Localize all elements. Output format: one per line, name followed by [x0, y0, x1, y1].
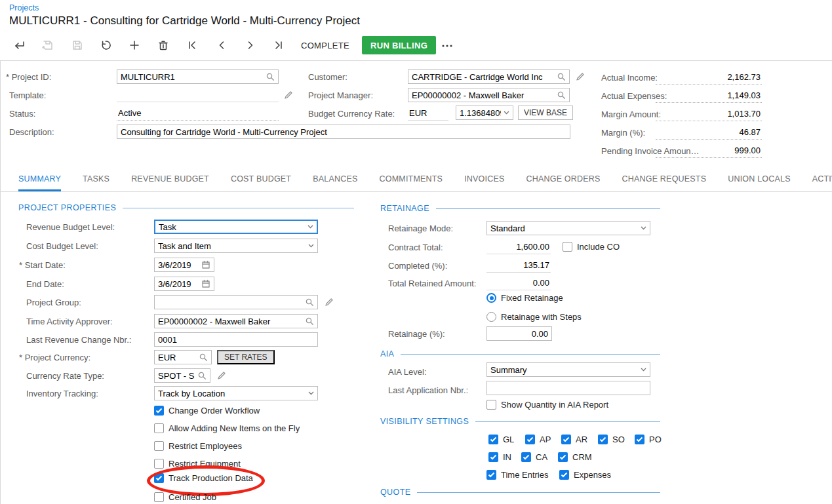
back-button[interactable] [10, 37, 29, 54]
description-label: Description: [9, 125, 54, 140]
add-new-button[interactable] [125, 37, 144, 54]
checkbox-checked-icon [559, 470, 569, 480]
time-activity-approver-input[interactable]: EP00000002 - Maxwell Baker [154, 314, 318, 328]
tab-activities[interactable]: ACTIVITIES [812, 168, 832, 191]
start-date-input[interactable]: 3/6/2019 [154, 258, 214, 272]
checkbox-ca[interactable]: CA [521, 452, 547, 462]
checkbox-label: GL [503, 435, 514, 444]
margin-pct-value: 46.87 [656, 125, 762, 140]
cancel-undo-button[interactable] [96, 37, 115, 54]
checkbox-ar[interactable]: AR [561, 435, 587, 444]
tab-change-requests[interactable]: CHANGE REQUESTS [622, 168, 707, 191]
search-icon[interactable] [305, 317, 314, 326]
description-input[interactable]: Consulting for Cartridge World - Multi-C… [117, 125, 570, 139]
currency-rate-type-edit-button[interactable] [217, 371, 226, 380]
tab-invoices[interactable]: INVOICES [464, 168, 504, 191]
checkbox-po[interactable]: PO [635, 435, 662, 444]
aia-level-label: AIA Level: [388, 365, 427, 379]
aia-level-select[interactable]: Summary [486, 362, 650, 377]
search-icon[interactable] [199, 353, 208, 362]
retainage-mode-select[interactable]: Standard [486, 221, 650, 235]
inventory-tracking-select[interactable]: Track by Location [154, 386, 318, 400]
template-edit-button[interactable] [284, 90, 293, 100]
toolbar-divider [0, 60, 832, 61]
template-field[interactable] [117, 88, 279, 102]
search-icon[interactable] [305, 298, 314, 307]
first-record-icon [186, 39, 198, 51]
tab-change-orders[interactable]: CHANGE ORDERS [526, 168, 600, 191]
checkbox-show-quantity-aia[interactable]: Show Quantity in AIA Report [486, 400, 608, 410]
complete-button[interactable]: COMPLETE [297, 37, 353, 54]
currency-rate-select[interactable]: 1.13684809 [456, 106, 513, 120]
retainage-pct-label: Retainage (%): [388, 327, 445, 341]
more-actions-button[interactable] [438, 37, 456, 54]
search-icon[interactable] [266, 72, 275, 81]
search-icon[interactable] [197, 371, 207, 380]
checkbox-allow-adding-new-items[interactable]: Allow Adding New Items on the Fly [154, 423, 300, 433]
calendar-icon[interactable] [201, 279, 210, 288]
cost-budget-level-select[interactable]: Task and Item [154, 239, 318, 253]
project-id-input[interactable]: MULTICURR1 [117, 69, 279, 84]
project-currency-label: * Project Currency: [19, 351, 90, 365]
contract-total-label: Contract Total: [388, 241, 443, 255]
tab-union-locals[interactable]: UNION LOCALS [728, 168, 790, 191]
checkbox-so[interactable]: SO [598, 435, 625, 444]
go-first-button[interactable] [183, 37, 201, 54]
customer-input[interactable]: CARTRIDGE - Cartridge World Inc [408, 69, 570, 84]
search-icon[interactable] [557, 72, 566, 81]
radio-fixed-retainage[interactable]: Fixed Retainage [486, 293, 563, 303]
checkbox-time-entries[interactable]: Time Entries [486, 470, 548, 480]
currency-rate-type-input[interactable]: SPOT - Spo [154, 368, 210, 383]
margin-pct-label: Margin (%): [601, 126, 645, 140]
tab-balances[interactable]: BALANCES [313, 168, 357, 191]
calendar-icon[interactable] [201, 260, 210, 269]
checkbox-in[interactable]: IN [488, 452, 511, 462]
retainage-pct-input[interactable]: 0.00 [486, 326, 552, 341]
time-activity-approver-value: EP00000002 - Maxwell Baker [158, 317, 302, 326]
run-billing-button[interactable]: RUN BILLING [362, 36, 436, 54]
project-manager-input[interactable]: EP00000002 - Maxwell Baker [408, 88, 570, 102]
tab-tasks[interactable]: TASKS [83, 168, 109, 191]
checkbox-restrict-employees[interactable]: Restrict Employees [154, 441, 242, 451]
revenue-budget-level-select[interactable]: Task [154, 220, 318, 234]
currency-rate-type-value: SPOT - Spo [158, 371, 195, 381]
completed-pct-value: 135.17 [486, 258, 551, 273]
go-next-button[interactable] [241, 37, 260, 54]
end-date-input[interactable]: 3/6/2019 [154, 277, 214, 291]
search-icon[interactable] [557, 90, 566, 100]
pending-invoice-amount: 999.00 [734, 145, 761, 155]
checkbox-include-co[interactable]: Include CO [563, 242, 620, 252]
tab-strip: SUMMARY TASKS REVENUE BUDGET COST BUDGET… [0, 168, 832, 192]
checkbox-certified-job[interactable]: Certified Job [154, 492, 216, 502]
cost-budget-level-label: Cost Budget Level: [26, 239, 98, 254]
currency-rate-value: 1.13684809 [460, 108, 501, 118]
last-record-icon [273, 39, 285, 51]
checkbox-ap[interactable]: AP [525, 435, 551, 444]
tab-cost-budget[interactable]: COST BUDGET [231, 168, 291, 191]
checkbox-gl[interactable]: GL [488, 435, 514, 444]
aia-header: AIA [380, 349, 660, 359]
inventory-tracking-label: Inventory Tracking: [26, 387, 98, 401]
margin-amount-value: 1,013.70 [656, 107, 762, 121]
project-group-input[interactable] [154, 295, 318, 309]
checkbox-change-order-workflow[interactable]: Change Order Workflow [154, 406, 260, 416]
project-group-edit-button[interactable] [325, 298, 334, 307]
radio-retainage-with-steps[interactable]: Retainage with Steps [486, 312, 582, 322]
last-revenue-change-input[interactable]: 0001 [154, 332, 318, 347]
ellipsis-icon [441, 39, 454, 51]
tab-revenue-budget[interactable]: REVENUE BUDGET [131, 168, 209, 191]
go-last-button[interactable] [269, 37, 288, 54]
tab-commitments[interactable]: COMMITMENTS [380, 168, 443, 191]
breadcrumb-projects-link[interactable]: Projects [9, 3, 39, 12]
customer-edit-button[interactable] [576, 72, 585, 81]
checkbox-expenses[interactable]: Expenses [559, 470, 611, 480]
project-currency-input[interactable]: EUR [154, 350, 212, 364]
go-prev-button[interactable] [212, 37, 231, 54]
set-rates-button[interactable]: SET RATES [217, 350, 275, 364]
tab-summary[interactable]: SUMMARY [18, 168, 61, 191]
last-application-input[interactable] [486, 381, 650, 395]
retainage-pct-value: 0.00 [532, 329, 548, 339]
delete-button[interactable] [154, 37, 172, 54]
view-base-button[interactable]: VIEW BASE [518, 106, 573, 120]
checkbox-crm[interactable]: CRM [558, 452, 592, 462]
